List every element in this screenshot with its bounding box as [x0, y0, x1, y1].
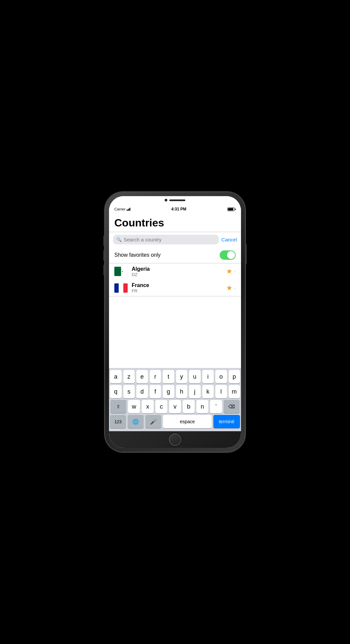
key-apostrophe[interactable]: '	[210, 400, 222, 413]
favorites-toggle[interactable]	[220, 250, 236, 260]
phone-screen: Carrier 4:31 PM Countries	[109, 196, 241, 448]
globe-key[interactable]: 🌐	[128, 415, 144, 428]
france-name: France	[132, 282, 222, 288]
battery-tip	[235, 208, 236, 210]
key-l[interactable]: l	[215, 385, 227, 398]
key-y[interactable]: y	[176, 370, 188, 383]
key-k[interactable]: k	[202, 385, 214, 398]
keyboard-row-4: 123 🌐 🎤 espace terminé	[110, 415, 240, 428]
algeria-chevron: ›	[234, 269, 236, 274]
battery-body	[227, 207, 235, 211]
flag-france	[114, 283, 128, 293]
country-list: ☪ Algeria DZ ★ ›	[109, 263, 241, 368]
key-i[interactable]: i	[202, 370, 214, 383]
carrier-label: Carrier	[114, 207, 126, 211]
france-info: France FR	[132, 282, 222, 293]
key-c[interactable]: c	[155, 400, 167, 413]
key-o[interactable]: o	[215, 370, 227, 383]
key-g[interactable]: g	[163, 385, 174, 398]
keyboard-row-2: q s d f g h j k l m	[110, 385, 240, 398]
key-s[interactable]: s	[123, 385, 135, 398]
delete-key[interactable]: ⌫	[224, 400, 240, 413]
favorites-label: Show favorites only	[114, 252, 161, 258]
algeria-info: Algeria DZ	[132, 266, 222, 277]
algeria-code: DZ	[132, 272, 222, 277]
app-content: Countries 🔍 Cancel Show favorites only	[109, 213, 241, 431]
france-code: FR	[132, 288, 222, 293]
key-b[interactable]: b	[183, 400, 195, 413]
status-bar: Carrier 4:31 PM	[109, 205, 241, 213]
key-a[interactable]: a	[110, 370, 122, 383]
algeria-name: Algeria	[132, 266, 222, 272]
key-z[interactable]: z	[123, 370, 135, 383]
keyboard-row-3: ⇧ w x c v b n ' ⌫	[110, 400, 240, 413]
cancel-button[interactable]: Cancel	[221, 237, 237, 242]
france-star[interactable]: ★	[226, 284, 233, 292]
flag-fr-red	[123, 283, 128, 293]
crescent-symbol: ☪	[119, 268, 123, 275]
home-button[interactable]	[169, 433, 181, 446]
france-actions: ★ ›	[226, 284, 236, 292]
key-n[interactable]: n	[196, 400, 208, 413]
numeric-key[interactable]: 123	[110, 415, 126, 428]
carrier-info: Carrier	[114, 207, 130, 211]
home-button-area	[109, 431, 241, 448]
speaker-bar	[169, 199, 185, 201]
phone-frame: Carrier 4:31 PM Countries	[105, 192, 245, 452]
battery-fill	[228, 208, 233, 210]
keyboard: a z e r t y u i o p q s d f g	[109, 368, 241, 431]
flag-fr-blue	[114, 283, 119, 293]
key-f[interactable]: f	[150, 385, 161, 398]
country-item-algeria[interactable]: ☪ Algeria DZ ★ ›	[109, 263, 241, 280]
key-w[interactable]: w	[128, 400, 140, 413]
microphone-key[interactable]: 🎤	[145, 415, 161, 428]
page-title: Countries	[109, 213, 241, 232]
search-wrapper[interactable]: 🔍	[113, 235, 219, 244]
algeria-star[interactable]: ★	[226, 267, 233, 276]
keyboard-row-1: a z e r t y u i o p	[110, 370, 240, 383]
toggle-knob	[227, 251, 235, 259]
search-input[interactable]	[124, 237, 215, 242]
key-v[interactable]: v	[169, 400, 181, 413]
flag-fr-white	[119, 283, 123, 293]
key-u[interactable]: u	[189, 370, 201, 383]
algeria-actions: ★ ›	[226, 267, 236, 276]
key-t[interactable]: t	[163, 370, 174, 383]
camera-dot	[165, 199, 167, 201]
status-time: 4:31 PM	[171, 207, 186, 211]
space-key[interactable]: espace	[163, 415, 212, 428]
notch	[165, 199, 185, 201]
flag-algeria: ☪	[114, 267, 128, 276]
wifi-icon	[127, 207, 130, 211]
france-chevron: ›	[234, 285, 236, 291]
key-d[interactable]: d	[136, 385, 148, 398]
favorites-row: Show favorites only	[109, 247, 241, 263]
key-e[interactable]: e	[136, 370, 148, 383]
key-j[interactable]: j	[189, 385, 201, 398]
france-divider	[109, 296, 241, 296]
battery-icon	[227, 207, 236, 211]
key-q[interactable]: q	[110, 385, 122, 398]
phone-top-area	[109, 196, 241, 205]
done-key[interactable]: terminé	[213, 415, 240, 428]
search-row: 🔍 Cancel	[109, 232, 241, 247]
key-h[interactable]: h	[176, 385, 188, 398]
search-icon: 🔍	[116, 237, 122, 242]
key-p[interactable]: p	[229, 370, 240, 383]
key-m[interactable]: m	[229, 385, 240, 398]
key-x[interactable]: x	[142, 400, 154, 413]
shift-key[interactable]: ⇧	[110, 400, 126, 413]
country-item-france[interactable]: France FR ★ ›	[109, 280, 241, 296]
key-r[interactable]: r	[150, 370, 161, 383]
